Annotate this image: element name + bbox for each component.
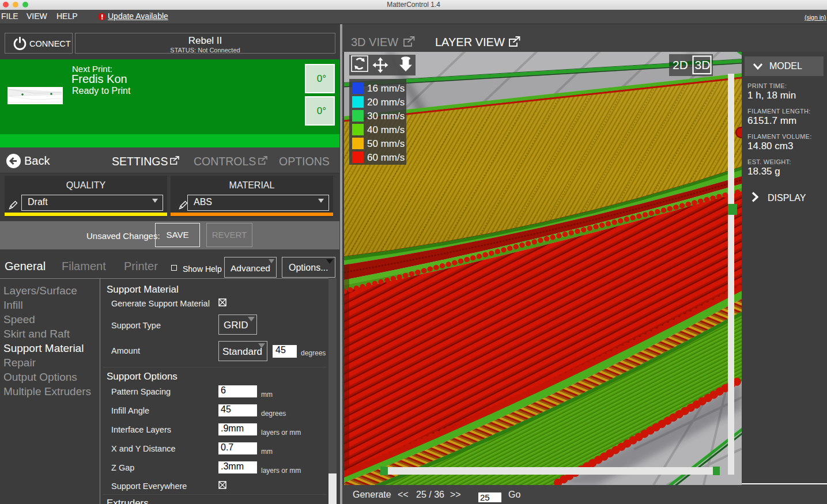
svg-text:16 mm/s: 16 mm/s xyxy=(367,83,405,94)
svg-text:3D: 3D xyxy=(695,58,711,71)
svg-text:40 mm/s: 40 mm/s xyxy=(367,124,405,135)
svg-text:60 mm/s: 60 mm/s xyxy=(367,152,405,163)
svg-text:20 mm/s: 20 mm/s xyxy=(367,97,405,108)
svg-text:50 mm/s: 50 mm/s xyxy=(367,138,405,149)
svg-text:2D: 2D xyxy=(673,58,688,71)
svg-text:30 mm/s: 30 mm/s xyxy=(367,111,405,122)
